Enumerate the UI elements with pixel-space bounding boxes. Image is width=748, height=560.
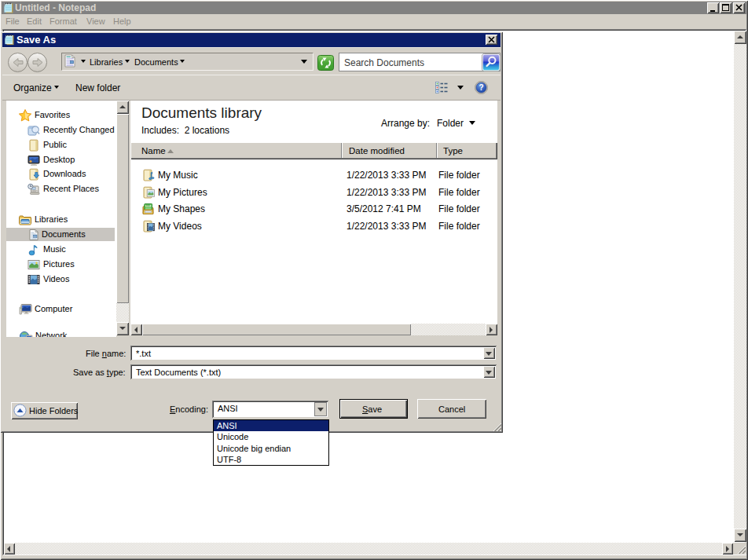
svg-text:?: ? [478, 83, 483, 92]
svg-text:EE: EE [146, 204, 150, 207]
